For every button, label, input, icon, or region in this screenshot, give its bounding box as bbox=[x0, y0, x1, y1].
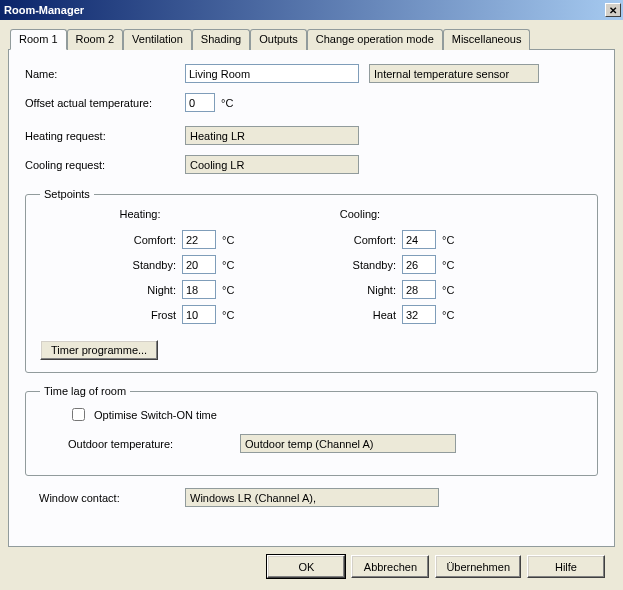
heating-night-label: Night: bbox=[40, 284, 176, 296]
window-contact-display[interactable]: Windows LR (Channel A), bbox=[185, 488, 439, 507]
cooling-heat-input[interactable] bbox=[402, 305, 436, 324]
timer-programme-button[interactable]: Timer programme... bbox=[40, 340, 158, 360]
tab-miscellaneous[interactable]: Miscellaneous bbox=[443, 29, 531, 50]
outdoor-temp-display[interactable]: Outdoor temp (Channel A) bbox=[240, 434, 456, 453]
window-title: Room-Manager bbox=[4, 4, 605, 16]
temp-sensor-display[interactable]: Internal temperature sensor bbox=[369, 64, 539, 83]
tabpanel-room-1: Name: Internal temperature sensor Offset… bbox=[8, 49, 615, 547]
heating-request-label: Heating request: bbox=[25, 130, 185, 142]
close-icon: ✕ bbox=[609, 5, 617, 16]
heating-standby-input[interactable] bbox=[182, 255, 216, 274]
tab-room-2[interactable]: Room 2 bbox=[67, 29, 124, 50]
tab-change-operation-mode[interactable]: Change operation mode bbox=[307, 29, 443, 50]
heating-request-display[interactable]: Heating LR bbox=[185, 126, 359, 145]
unit-c: °C bbox=[222, 234, 240, 246]
setpoints-group: Setpoints Heating: Comfort: °C Standby: … bbox=[25, 188, 598, 373]
close-button[interactable]: ✕ bbox=[605, 3, 621, 17]
optimise-label: Optimise Switch-ON time bbox=[94, 409, 217, 421]
cooling-request-label: Cooling request: bbox=[25, 159, 185, 171]
heating-night-input[interactable] bbox=[182, 280, 216, 299]
heating-frost-input[interactable] bbox=[182, 305, 216, 324]
apply-button[interactable]: Übernehmen bbox=[435, 555, 521, 578]
offset-label: Offset actual temperature: bbox=[25, 97, 185, 109]
cooling-night-input[interactable] bbox=[402, 280, 436, 299]
heating-comfort-label: Comfort: bbox=[40, 234, 176, 246]
cooling-head: Cooling: bbox=[260, 208, 460, 220]
tab-outputs[interactable]: Outputs bbox=[250, 29, 307, 50]
cooling-comfort-label: Comfort: bbox=[260, 234, 396, 246]
optimise-checkbox[interactable] bbox=[72, 408, 85, 421]
tabstrip: Room 1 Room 2 Ventilation Shading Output… bbox=[10, 28, 615, 49]
ok-button[interactable]: OK bbox=[267, 555, 345, 578]
cooling-night-label: Night: bbox=[260, 284, 396, 296]
timelag-group: Time lag of room Optimise Switch-ON time… bbox=[25, 385, 598, 476]
button-bar: OK Abbrechen Übernehmen Hilfe bbox=[8, 547, 615, 578]
offset-input[interactable] bbox=[185, 93, 215, 112]
tab-ventilation[interactable]: Ventilation bbox=[123, 29, 192, 50]
cooling-standby-input[interactable] bbox=[402, 255, 436, 274]
outdoor-temp-label: Outdoor temperature: bbox=[40, 438, 240, 450]
help-button[interactable]: Hilfe bbox=[527, 555, 605, 578]
cooling-comfort-input[interactable] bbox=[402, 230, 436, 249]
optimise-checkbox-wrap[interactable]: Optimise Switch-ON time bbox=[68, 405, 217, 424]
cooling-request-display[interactable]: Cooling LR bbox=[185, 155, 359, 174]
cancel-button[interactable]: Abbrechen bbox=[351, 555, 429, 578]
name-input[interactable] bbox=[185, 64, 359, 83]
setpoints-legend: Setpoints bbox=[40, 188, 94, 200]
offset-unit: °C bbox=[221, 97, 233, 109]
cooling-standby-label: Standby: bbox=[260, 259, 396, 271]
cooling-heat-label: Heat bbox=[260, 309, 396, 321]
timelag-legend: Time lag of room bbox=[40, 385, 130, 397]
heating-standby-label: Standby: bbox=[40, 259, 176, 271]
titlebar: Room-Manager ✕ bbox=[0, 0, 623, 20]
heating-comfort-input[interactable] bbox=[182, 230, 216, 249]
heating-frost-label: Frost bbox=[40, 309, 176, 321]
window-contact-label: Window contact: bbox=[25, 492, 185, 504]
tab-shading[interactable]: Shading bbox=[192, 29, 250, 50]
name-label: Name: bbox=[25, 68, 185, 80]
tab-room-1[interactable]: Room 1 bbox=[10, 29, 67, 50]
heating-head: Heating: bbox=[40, 208, 240, 220]
